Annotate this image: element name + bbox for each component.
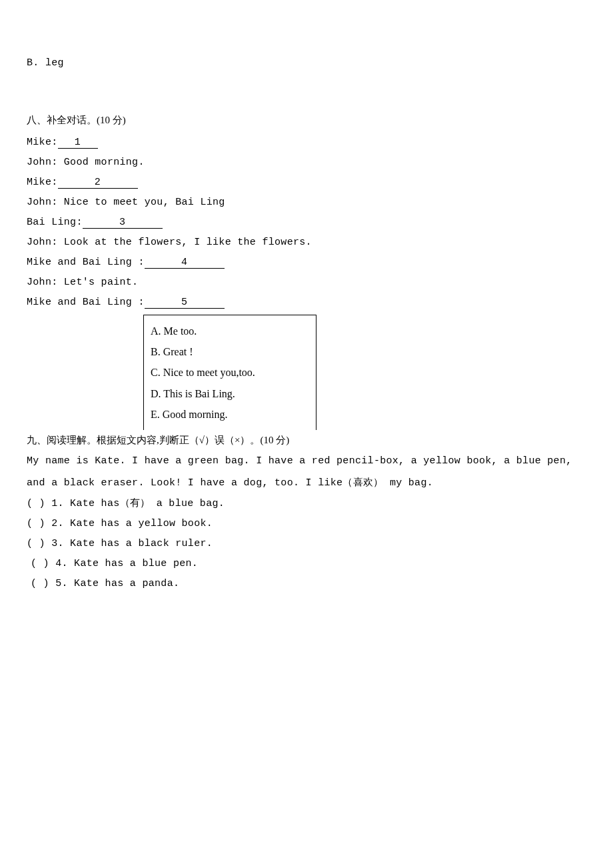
options-box: A. Me too. B. Great ! C. Nice to meet yo… (143, 315, 316, 430)
question-1[interactable]: ( ) 1. Kate has（有） a blue bag. (27, 494, 586, 514)
option-d: D. This is Bai Ling. (151, 383, 309, 404)
question-4[interactable]: ( ) 4. Kate has a blue pen. (31, 554, 586, 574)
dialog-line-3-pre: Mike: (27, 177, 58, 188)
dialog-blank-3[interactable]: 3 (83, 217, 163, 229)
dialog-line-5: Bai Ling:3 (27, 213, 586, 233)
dialog-line-4: John: Nice to meet you, Bai Ling (27, 193, 586, 213)
dialog-blank-2[interactable]: 2 (58, 177, 138, 189)
section9-title: 九、阅读理解。根据短文内容,判断正（√）误（×）。(10 分) (27, 430, 586, 450)
dialog-line-5-pre: Bai Ling: (27, 217, 83, 228)
dialog-line-2: John: Good morning. (27, 153, 586, 173)
top-option-b: B. leg (27, 53, 586, 73)
dialog-line-7: Mike and Bai Ling :4 (27, 253, 586, 273)
question-5[interactable]: ( ) 5. Kate has a panda. (31, 574, 586, 594)
dialog-line-7-pre: Mike and Bai Ling : (27, 257, 145, 268)
question-2[interactable]: ( ) 2. Kate has a yellow book. (27, 514, 586, 534)
dialog-line-1: Mike:1 (27, 133, 586, 153)
option-c: C. Nice to meet you,too. (151, 362, 309, 383)
section8-title: 八、补全对话。(10 分) (27, 110, 586, 130)
dialog-line-6: John: Look at the flowers, I like the fl… (27, 233, 586, 253)
question-3[interactable]: ( ) 3. Kate has a black ruler. (27, 534, 586, 554)
dialog-line-9-pre: Mike and Bai Ling : (27, 297, 145, 308)
dialog-line-3: Mike:2 (27, 173, 586, 193)
option-e: E. Good morning. (151, 404, 309, 425)
dialog-blank-4[interactable]: 4 (145, 257, 225, 269)
option-b: B. Great ! (151, 341, 309, 362)
dialog-blank-1[interactable]: 1 (58, 137, 98, 149)
reading-passage: My name is Kate. I have a green bag. I h… (27, 450, 586, 494)
dialog-line-8: John: Let's paint. (27, 273, 586, 293)
dialog-blank-5[interactable]: 5 (145, 297, 225, 309)
dialog-line-1-pre: Mike: (27, 137, 58, 148)
dialog-line-9: Mike and Bai Ling :5 (27, 293, 586, 313)
option-a: A. Me too. (151, 321, 309, 341)
